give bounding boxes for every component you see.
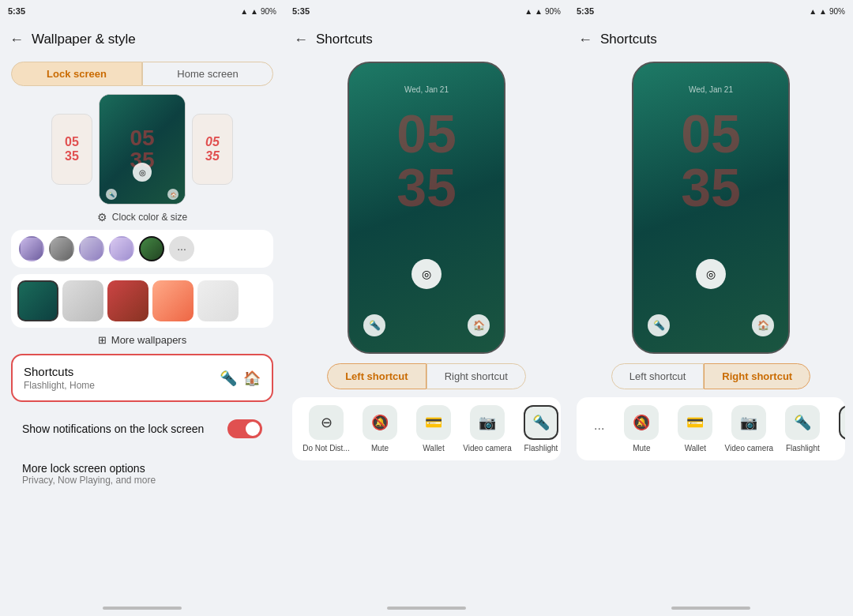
flashlight-icon: 🔦 <box>220 370 237 387</box>
notifications-label: Show notifications on the lock screen <box>22 423 204 435</box>
sc-option-donotdist[interactable]: ⊖ Do Not Dist... <box>305 405 348 453</box>
wallet-label: Wallet <box>423 444 444 453</box>
notifications-row: Show notifications on the lock screen <box>11 411 273 446</box>
back-button-2[interactable]: ← <box>294 32 308 48</box>
sc-option-videocamera[interactable]: 📷 Video camera <box>466 405 509 453</box>
phone-preview-right: Wed, Jan 21 0535 ◎ 🔦 🏠 <box>632 62 790 354</box>
preview-center: 0535 ◎ 🔦 🏠 <box>99 94 186 205</box>
flashlight-icon-box: 🔦 <box>524 405 558 440</box>
phone-sc-right-2: 🏠 <box>468 314 490 336</box>
back-button-3[interactable]: ← <box>578 32 592 48</box>
color-option-1[interactable] <box>19 236 44 261</box>
lock-home-tabs: Lock screen Home screen <box>11 62 273 86</box>
tab-left-shortcut-2[interactable]: Left shortcut <box>327 363 426 389</box>
more-wallpapers-label: More wallpapers <box>111 334 186 346</box>
gear-icon: ⚙ <box>97 211 107 223</box>
wallpaper-thumb-3[interactable] <box>107 280 148 321</box>
more-wallpapers-icon: ⊞ <box>98 334 107 346</box>
color-palette: ··· <box>11 230 273 268</box>
sc-option-flashlight[interactable]: 🔦 Flashlight <box>520 405 561 453</box>
wifi-icon-3: ▲ <box>809 7 817 16</box>
signal-icon-3: ▲ <box>819 7 827 16</box>
battery-icon: 90% <box>261 7 276 16</box>
status-icons-2: ▲ ▲ 90% <box>524 7 561 16</box>
phone-clock-3: 0535 <box>633 107 788 214</box>
color-option-4[interactable] <box>109 236 134 261</box>
shortcuts-panel-right: 5:35 ▲ ▲ 90% ← Shortcuts Wed, Jan 21 053… <box>569 0 853 616</box>
shortcuts-panel-left: 5:35 ▲ ▲ 90% ← Shortcuts Wed, Jan 21 053… <box>284 0 569 616</box>
sc-option-flashlight-r[interactable]: 🔦 Flashlight <box>781 405 824 453</box>
status-time-3: 5:35 <box>577 6 594 16</box>
page-title-2: Shortcuts <box>316 32 373 47</box>
sc-option-home-r[interactable]: 🏠 Home <box>835 405 845 453</box>
status-bar-3: 5:35 ▲ ▲ 90% <box>569 0 853 22</box>
sc-option-videocamera-r[interactable]: 📷 Video camera <box>727 405 770 453</box>
tab-left-shortcut-3[interactable]: Left shortcut <box>611 363 705 389</box>
preview-right-time: 0535 <box>205 135 220 163</box>
sc-option-mute-r[interactable]: 🔕 Mute <box>620 405 663 453</box>
tab-right-shortcut-3[interactable]: Right shortcut <box>704 363 810 389</box>
bottom-handle-2 <box>387 607 466 610</box>
shortcuts-card[interactable]: Shortcuts Flashlight, Home 🔦 🏠 <box>11 354 273 402</box>
preview-left-time: 0535 <box>65 135 79 163</box>
tab-lock-screen[interactable]: Lock screen <box>11 62 142 86</box>
wallet-icon-box-r: 💳 <box>678 405 712 440</box>
signal-icon: ▲ <box>250 7 258 16</box>
color-option-5[interactable] <box>139 236 164 261</box>
phone-fp-3: ◎ <box>696 259 726 289</box>
home-icon: 🏠 <box>243 370 261 387</box>
sc-option-wallet[interactable]: 💳 Wallet <box>412 405 455 453</box>
tab-right-shortcut-2[interactable]: Right shortcut <box>426 363 526 389</box>
phone-preview-left: Wed, Jan 21 0535 ◎ 🔦 🏠 <box>348 62 505 354</box>
shortcuts-title: Shortcuts <box>24 365 95 378</box>
sc-option-mute[interactable]: 🔕 Mute <box>359 405 401 453</box>
shortcuts-icons: 🔦 🏠 <box>220 370 261 387</box>
color-option-3[interactable] <box>79 236 104 261</box>
page-title-3: Shortcuts <box>600 32 657 47</box>
shortcuts-subtitle: Flashlight, Home <box>24 380 95 391</box>
videocamera-label: Video camera <box>463 444 512 453</box>
videocamera-icon-box-r: 📷 <box>731 405 766 440</box>
wallpaper-thumb-2[interactable] <box>62 280 103 321</box>
signal-icon-2: ▲ <box>535 7 543 16</box>
shortcut-options-left: ⊖ Do Not Dist... 🔕 Mute 💳 Wallet 📷 Video… <box>292 397 561 460</box>
donotdist-label: Do Not Dist... <box>302 444 349 453</box>
tab-home-screen[interactable]: Home screen <box>142 62 273 86</box>
status-bar-2: 5:35 ▲ ▲ 90% <box>284 0 569 22</box>
sc-option-wallet-r[interactable]: 💳 Wallet <box>674 405 716 453</box>
fingerprint-button: ◎ <box>133 163 152 182</box>
mute-icon-box-r: 🔕 <box>624 405 659 440</box>
preview-left: 0535 <box>51 114 92 185</box>
clock-color-row[interactable]: ⚙ Clock color & size <box>0 211 284 223</box>
donotdist-icon-box: ⊖ <box>309 405 344 440</box>
mute-label-r: Mute <box>633 444 650 453</box>
status-time-2: 5:35 <box>292 6 310 16</box>
videocamera-icon-box: 📷 <box>470 405 505 440</box>
top-bar-2: ← Shortcuts <box>284 22 569 57</box>
more-wallpapers-row[interactable]: ⊞ More wallpapers <box>0 334 284 346</box>
wallpaper-thumb-4[interactable] <box>152 280 194 321</box>
scroll-ellipsis: ··· <box>589 405 609 453</box>
wallpaper-thumb-1[interactable] <box>17 280 58 321</box>
phone-clock-2: 0535 <box>349 107 504 214</box>
more-colors-button[interactable]: ··· <box>169 236 194 261</box>
color-option-2[interactable] <box>49 236 74 261</box>
flashlight-label-r: Flashlight <box>786 444 820 453</box>
wallpaper-thumb-5[interactable] <box>197 280 239 321</box>
status-bar-1: 5:35 ▲ ▲ 90% <box>0 0 284 22</box>
more-options-sub: Privacy, Now Playing, and more <box>22 475 262 486</box>
notifications-toggle[interactable] <box>227 419 262 438</box>
preview-sc-left: 🔦 <box>106 189 117 200</box>
back-button-1[interactable]: ← <box>9 32 24 48</box>
phone-sc-right-3: 🏠 <box>752 314 774 336</box>
more-options-row[interactable]: More lock screen options Privacy, Now Pl… <box>11 454 273 494</box>
status-icons-3: ▲ ▲ 90% <box>809 7 845 16</box>
videocamera-label-r: Video camera <box>725 444 774 453</box>
flashlight-label: Flashlight <box>524 444 558 453</box>
battery-icon-2: 90% <box>545 7 561 16</box>
clock-color-label: Clock color & size <box>112 212 187 223</box>
status-time-1: 5:35 <box>8 6 25 16</box>
shortcut-tab-row-2: Left shortcut Right shortcut <box>300 363 553 389</box>
wallpaper-style-panel: 5:35 ▲ ▲ 90% ← Wallpaper & style Lock sc… <box>0 0 284 616</box>
phone-fp-2: ◎ <box>411 259 442 289</box>
